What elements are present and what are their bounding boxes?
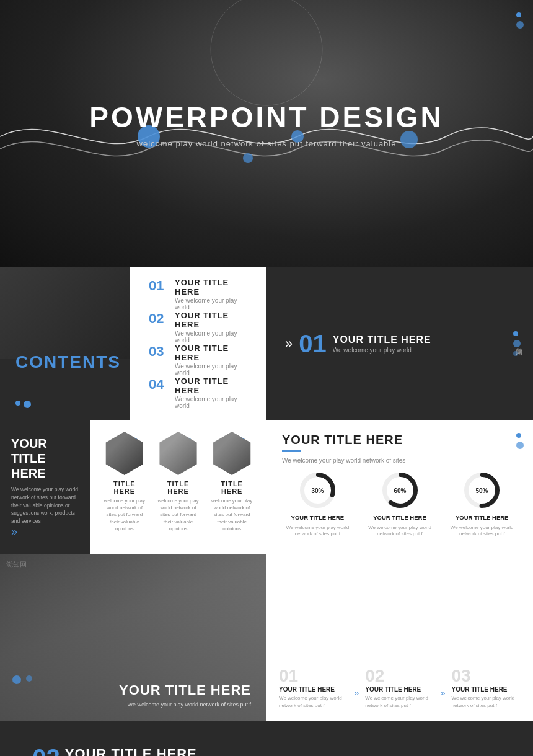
- content-sub-4: We welcome your play world: [175, 396, 248, 409]
- person-dot-3: [241, 433, 247, 439]
- donut-sublabel-3: We welcome your play world network of si…: [446, 525, 518, 538]
- beach-sub: We welcome your play world network of si…: [15, 701, 251, 709]
- slide-beach: 觉知网 YOUR TITLE HERE We welcome your play…: [0, 554, 533, 721]
- num-big-1: 01: [279, 667, 298, 685]
- content-sub-3: We welcome your play world: [175, 363, 248, 376]
- person-avatar-inner-1: [103, 432, 146, 475]
- num-big-3: 03: [452, 667, 471, 685]
- hero-title: POWERPOINT DESIGN: [89, 100, 443, 134]
- svg-text:50%: 50%: [476, 487, 488, 494]
- person-desc-3: welcome your play world network of sites…: [209, 497, 254, 532]
- panel-dots: [516, 433, 524, 449]
- beach-right-panel: 01 YOUR TITLE HERE We welcome your play …: [266, 554, 533, 721]
- person-avatar-2: [157, 432, 200, 475]
- person-dot-1: [134, 433, 140, 439]
- panel-title: YOUR TITLE HERE: [282, 433, 518, 447]
- contents-left-panel: CONTENTS: [0, 267, 130, 420]
- num-big-2: 02: [365, 667, 384, 685]
- num-chevron-1: »: [354, 688, 359, 698]
- num-item-sub-3: We welcome your play world network of si…: [452, 695, 521, 708]
- dot-2: [24, 401, 31, 408]
- watermark-2: 觉知网: [6, 560, 27, 569]
- banner-title: YOUR TITLE HERE: [333, 334, 431, 345]
- num-item-sub-2: We welcome your play world network of si…: [365, 695, 434, 708]
- contents-label-ts: TS: [96, 352, 121, 371]
- beach-title-block: YOUR TITLE HERE We welcome your play wor…: [15, 682, 251, 709]
- svg-text:30%: 30%: [311, 487, 324, 494]
- person-card-2: TITLE HERE welcome your play world netwo…: [156, 432, 201, 532]
- banner-text: YOUR TITLE HERE We welcome your play wor…: [333, 334, 431, 354]
- section1-left: YOURTITLEHERE We welcome your play world…: [0, 420, 90, 554]
- content-num-2: 02: [149, 311, 167, 327]
- num-item-title-3: YOUR TITLE HERE: [452, 686, 508, 693]
- svg-text:60%: 60%: [394, 487, 406, 494]
- person-name-2: TITLE HERE: [156, 480, 201, 495]
- person-avatar-3: [210, 432, 253, 475]
- content-title-3: YOUR TITLE HERE: [175, 344, 248, 362]
- right-banner: » 01 YOUR TITLE HERE We welcome your pla…: [266, 267, 533, 420]
- contents-list: 01 YOUR TITLE HERE We welcome your play …: [130, 267, 266, 420]
- panel-sub: We welcome your play world network of si…: [282, 457, 518, 464]
- panel-dot-2: [516, 442, 524, 449]
- beach-title: YOUR TITLE HERE: [15, 682, 251, 698]
- num-item-title-1: YOUR TITLE HERE: [279, 686, 335, 693]
- donut-item-1: 30% YOUR TITLE HERE We welcome your play…: [282, 470, 353, 538]
- content-title-4: YOUR TITLE HERE: [175, 376, 248, 395]
- people-section: TITLE HERE welcome your play world netwo…: [90, 420, 266, 554]
- donut-label-3: YOUR TITLE HERE: [456, 514, 509, 521]
- beach-left-panel: 觉知网 YOUR TITLE HERE We welcome your play…: [0, 554, 266, 721]
- numbered-items: 01 YOUR TITLE HERE We welcome your play …: [279, 667, 521, 708]
- donut-item-2: 60% YOUR TITLE HERE We welcome your play…: [364, 470, 436, 538]
- section1-sub: We welcome your play world network of si…: [11, 486, 79, 525]
- num-item-sub-1: We welcome your play world network of si…: [279, 695, 348, 708]
- donut-label-1: YOUR TITLE HERE: [291, 514, 345, 521]
- banner-dot-1: [513, 331, 518, 336]
- donut-row: 30% YOUR TITLE HERE We welcome your play…: [282, 470, 518, 538]
- slide-people-row: YOURTITLEHERE We welcome your play world…: [0, 420, 533, 554]
- content-sub-2: We welcome your play world: [175, 330, 248, 344]
- slide-contents-row: CONTENTS 01 YOUR TITLE HERE We welcome y…: [0, 267, 533, 420]
- person-desc-2: welcome your play world network of sites…: [156, 497, 201, 532]
- hero-subtitle: welcome play world network of sites put …: [89, 139, 443, 148]
- bottom-banner-text: YOUR TITLE HERE We welcome your play wor…: [65, 746, 197, 756]
- content-num-1: 01: [149, 278, 167, 294]
- svg-point-4: [211, 0, 322, 105]
- section1-chevron: »: [11, 525, 79, 538]
- content-sub-1: We welcome your play world: [175, 297, 248, 311]
- contents-label: CONTENTS: [15, 352, 121, 372]
- donut-label-2: YOUR TITLE HERE: [373, 514, 426, 521]
- person-name-1: TITLE HERE: [102, 480, 147, 495]
- num-item-1: 01 YOUR TITLE HERE We welcome your play …: [279, 667, 348, 708]
- donut-panel: YOUR TITLE HERE We welcome your play wor…: [266, 420, 533, 554]
- person-desc-1: welcome your play world network of sites…: [102, 497, 147, 532]
- person-name-3: TITLE HERE: [209, 480, 254, 495]
- donut-sublabel-1: We welcome your play world network of si…: [282, 525, 353, 538]
- content-num-4: 04: [149, 376, 167, 393]
- banner-num: 01: [299, 330, 327, 358]
- content-item-1: 01 YOUR TITLE HERE We welcome your play …: [149, 278, 248, 311]
- person-avatar-inner-3: [210, 432, 253, 475]
- svg-point-1: [243, 153, 253, 163]
- donut-svg-1: 30%: [297, 470, 338, 510]
- content-item-2: 02 YOUR TITLE HERE We welcome your play …: [149, 311, 248, 344]
- slide-bottom-banner: » 02 YOUR TITLE HERE We welcome your pla…: [0, 721, 533, 756]
- dot-1: [15, 401, 20, 406]
- donut-svg-3: 50%: [462, 470, 502, 510]
- hero-content: POWERPOINT DESIGN welcome play world net…: [89, 100, 443, 148]
- content-item-3: 03 YOUR TITLE HERE We welcome your play …: [149, 344, 248, 376]
- person-avatar-1: [103, 432, 146, 475]
- contents-dots: [15, 401, 31, 408]
- contents-label-tent: TEN: [58, 352, 96, 371]
- num-item-2: 02 YOUR TITLE HERE We welcome your play …: [365, 667, 434, 708]
- panel-dot-1: [516, 433, 521, 438]
- banner-dot-3: [513, 351, 518, 356]
- person-card-3: TITLE HERE welcome your play world netwo…: [209, 432, 254, 532]
- banner-sub: We welcome your play world: [333, 347, 431, 354]
- content-title-1: YOUR TITLE HERE: [175, 278, 248, 296]
- watermark-1: 觉知网: [514, 342, 524, 345]
- person-avatar-inner-2: [157, 432, 200, 475]
- contents-bg-image: [0, 267, 130, 359]
- bottom-banner-title: YOUR TITLE HERE: [65, 746, 197, 756]
- beach-dot-2: [26, 675, 32, 682]
- donut-svg-2: 60%: [380, 470, 420, 510]
